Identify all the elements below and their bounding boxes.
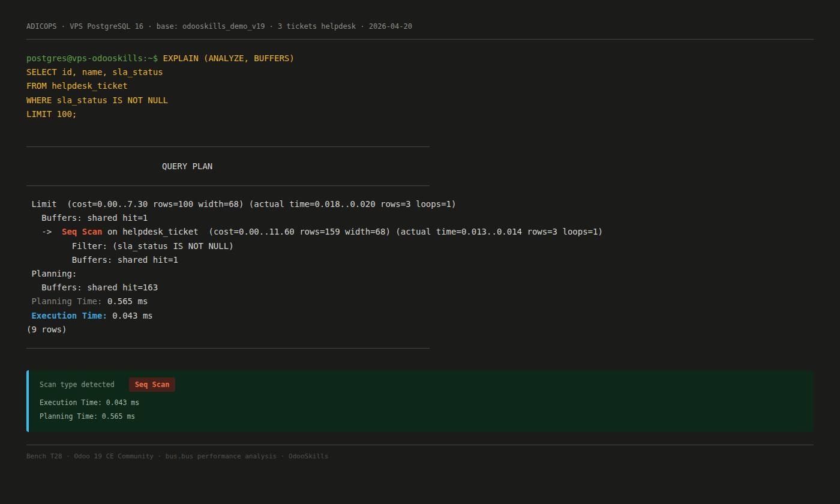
execution-time-summary: Execution Time: 0.043 ms	[40, 398, 803, 407]
scan-type-label: Scan type detected	[40, 380, 115, 389]
terminal-text-segment: Buffers: shared hit=163	[26, 283, 158, 292]
terminal-text-segment: LIMIT 100;	[26, 109, 77, 119]
terminal-text-segment: WHERE sla_status IS NOT NULL	[26, 95, 168, 105]
terminal-text-segment: postgres@vps-odooskills:~$	[26, 53, 163, 63]
analysis-callout: Scan type detected Seq Scan Execution Ti…	[26, 370, 814, 432]
terminal-line: SELECT id, name, sla_status	[26, 65, 814, 79]
terminal-text-segment: Buffers: shared hit=1	[26, 255, 178, 265]
terminal-line: Limit (cost=0.00..7.30 rows=100 width=68…	[26, 197, 814, 211]
query-plan-bottom-divider	[26, 348, 430, 349]
planning-time-summary: Planning Time: 0.565 ms	[40, 412, 803, 421]
terminal-text-segment: Planning Time:	[31, 296, 102, 306]
terminal-text-segment: Seq Scan	[62, 227, 102, 236]
terminal-text-segment: on helpdesk_ticket (cost=0.00..11.60 row…	[102, 227, 602, 236]
scan-type-badge: Seq Scan	[129, 377, 176, 392]
terminal-text-segment: ->	[26, 227, 62, 236]
session-status-bar: ADICOPS · VPS PostgreSQL 16 · base: odoo…	[26, 0, 814, 31]
terminal-line: Planning:	[26, 267, 814, 281]
terminal-text-segment: (9 rows)	[26, 325, 67, 334]
query-plan-output: Limit (cost=0.00..7.30 rows=100 width=68…	[26, 197, 814, 337]
scan-type-row: Scan type detected Seq Scan	[40, 377, 803, 392]
command-input-block[interactable]: postgres@vps-odooskills:~$ EXPLAIN (ANAL…	[26, 52, 814, 121]
terminal-line: Buffers: shared hit=163	[26, 281, 814, 295]
query-plan-title: QUERY PLAN	[26, 160, 814, 173]
footer-divider	[26, 445, 814, 445]
terminal-line: Filter: (sla_status IS NOT NULL)	[26, 239, 814, 253]
terminal-text-segment: Execution Time:	[31, 311, 107, 320]
terminal-line: WHERE sla_status IS NOT NULL	[26, 94, 814, 107]
footer-info: Bench T28 · Odoo 19 CE Community · bus.b…	[26, 452, 814, 460]
terminal-line: -> Seq Scan on helpdesk_ticket (cost=0.0…	[26, 225, 814, 239]
terminal-line: Planning Time: 0.565 ms	[26, 295, 814, 308]
terminal-line: postgres@vps-odooskills:~$ EXPLAIN (ANAL…	[26, 52, 814, 65]
terminal-line: Execution Time: 0.043 ms	[26, 309, 814, 323]
terminal-line: Buffers: shared hit=1	[26, 253, 814, 267]
query-plan-top-divider	[26, 146, 430, 147]
terminal-text-segment: Buffers: shared hit=1	[26, 213, 148, 223]
terminal-text-segment: FROM helpdesk_ticket	[26, 81, 128, 91]
terminal-line: FROM helpdesk_ticket	[26, 79, 814, 93]
terminal-window: ADICOPS · VPS PostgreSQL 16 · base: odoo…	[0, 0, 840, 460]
terminal-text-segment: Planning:	[26, 269, 77, 278]
terminal-text-segment: Filter: (sla_status IS NOT NULL)	[26, 241, 234, 251]
terminal-text-segment: 0.043 ms	[107, 311, 153, 320]
terminal-line: LIMIT 100;	[26, 107, 814, 121]
header-divider	[26, 39, 814, 40]
terminal-text-segment: 0.565 ms	[102, 296, 148, 306]
terminal-text-segment: EXPLAIN (ANALYZE, BUFFERS)	[163, 53, 295, 63]
terminal-text-segment: SELECT id, name, sla_status	[26, 67, 163, 77]
query-plan-title-divider	[26, 185, 430, 186]
terminal-text-segment: Limit (cost=0.00..7.30 rows=100 width=68…	[26, 199, 456, 209]
terminal-line: (9 rows)	[26, 323, 814, 337]
terminal-line: Buffers: shared hit=1	[26, 211, 814, 225]
